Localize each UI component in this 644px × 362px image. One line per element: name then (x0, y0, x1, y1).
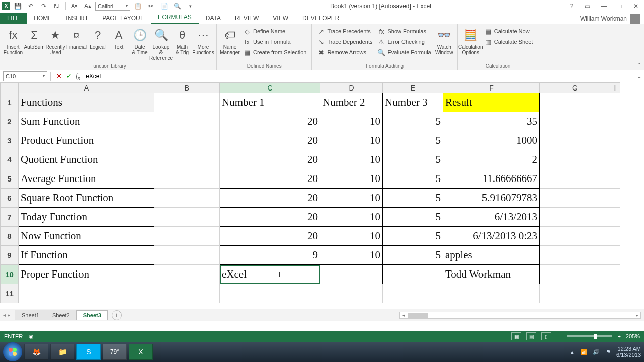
ribbon-button[interactable]: ¤Financial (66, 26, 87, 51)
cell[interactable] (610, 150, 620, 169)
cell[interactable] (610, 169, 620, 189)
accept-formula-icon[interactable]: ✓ (64, 71, 74, 81)
help-icon[interactable]: ? (566, 1, 578, 11)
redo-icon[interactable]: ↷ (38, 1, 49, 11)
cell[interactable]: 1000 (443, 131, 540, 150)
cell[interactable]: apples (443, 246, 540, 265)
formula-input[interactable] (83, 71, 635, 81)
cell[interactable]: 20 (220, 112, 320, 131)
cell[interactable] (320, 284, 383, 303)
chevron-down-icon[interactable]: ▾ (43, 74, 45, 78)
column-header[interactable]: C (220, 83, 320, 93)
cell[interactable] (443, 284, 540, 303)
cell[interactable]: 5 (383, 208, 443, 227)
sheet-nav-first-icon[interactable]: ◂ (3, 312, 6, 318)
cell[interactable] (154, 93, 220, 112)
taskbar-weather[interactable]: 79° (103, 344, 127, 360)
user-avatar-icon[interactable] (630, 14, 640, 24)
ribbon-button[interactable]: ↗Trace Precedents (315, 26, 374, 36)
sheet-tab[interactable]: Sheet3 (76, 310, 108, 320)
ribbon-button[interactable]: ✖Remove Arrows (315, 47, 374, 57)
font-size-increase-icon[interactable]: A▴ (82, 1, 93, 11)
ribbon-button[interactable]: ▥Calculate Sheet (482, 37, 535, 47)
column-header[interactable]: A (19, 83, 154, 93)
tab-page-layout[interactable]: PAGE LAYOUT (95, 13, 151, 24)
cell[interactable]: Number 3 (383, 93, 443, 112)
cell[interactable] (383, 284, 443, 303)
collapse-ribbon-icon[interactable]: ˄ (638, 62, 641, 69)
cell[interactable]: 10 (320, 169, 383, 189)
cell[interactable] (610, 93, 620, 112)
qat-customize-icon[interactable]: ▾ (185, 1, 196, 11)
cell[interactable] (540, 246, 610, 265)
save-icon[interactable]: 💾 (12, 1, 23, 11)
cell[interactable] (19, 284, 154, 303)
tray-action-icon[interactable]: ⚑ (604, 348, 612, 356)
cell[interactable]: Now Function (19, 227, 154, 246)
cell[interactable]: 5 (383, 169, 443, 189)
cancel-formula-icon[interactable]: ✕ (54, 71, 64, 81)
sheet-nav-last-icon[interactable]: ▸ (8, 312, 10, 318)
cell[interactable] (540, 284, 610, 303)
column-header[interactable]: E (383, 83, 443, 93)
ribbon-button[interactable]: AText (109, 26, 129, 51)
cell[interactable]: If Function (19, 246, 154, 265)
cell[interactable]: Quotient Function (19, 150, 154, 169)
cell[interactable]: Square Root Function (19, 189, 154, 208)
ribbon-button[interactable]: fxShow Formulas (375, 26, 433, 36)
ribbon-button[interactable]: ?Logical (88, 26, 108, 51)
ribbon-button[interactable]: ◇Define Name (241, 26, 308, 36)
cell[interactable] (540, 131, 610, 150)
cell[interactable]: Average Function (19, 169, 154, 189)
cell[interactable]: Result (443, 93, 540, 112)
ribbon-button[interactable]: θMath& Trig (172, 26, 192, 56)
cell[interactable] (154, 150, 220, 169)
ribbon-button[interactable]: ⚠Error Checking (375, 37, 433, 47)
cell[interactable] (154, 208, 220, 227)
normal-view-icon[interactable]: ▦ (511, 332, 521, 340)
row-header[interactable]: 5 (1, 169, 19, 189)
minimize-icon[interactable]: — (598, 1, 610, 11)
cell[interactable]: 5 (383, 246, 443, 265)
row-header[interactable]: 10 (1, 265, 19, 284)
cell[interactable]: 11.66666667 (443, 169, 540, 189)
cell[interactable]: 10 (320, 189, 383, 208)
tab-view[interactable]: VIEW (266, 13, 295, 24)
taskbar-excel-icon[interactable]: X (129, 344, 153, 360)
font-name-selector[interactable]: Calibri▾ (95, 2, 130, 11)
cell[interactable] (540, 227, 610, 246)
row-header[interactable]: 2 (1, 112, 19, 131)
taskbar-explorer-icon[interactable]: 📁 (50, 344, 74, 360)
cell[interactable]: 20 (220, 169, 320, 189)
cell[interactable]: Number 1 (220, 93, 320, 112)
column-header[interactable]: I (610, 83, 620, 93)
cell[interactable] (610, 265, 620, 284)
tab-formulas[interactable]: FORMULAS (151, 12, 199, 24)
cell[interactable] (154, 265, 220, 284)
cell[interactable]: eXcelI (220, 265, 320, 284)
ribbon-button[interactable]: 🔍Evaluate Formula (375, 47, 433, 57)
cell[interactable]: 2 (443, 150, 540, 169)
cell[interactable]: 5 (383, 112, 443, 131)
start-button[interactable] (3, 342, 22, 361)
cell[interactable] (154, 131, 220, 150)
cell[interactable] (610, 227, 620, 246)
ribbon-button[interactable]: ★RecentlyUsed (45, 26, 65, 56)
cell[interactable] (220, 284, 320, 303)
ribbon-button[interactable]: ▤Calculate Now (482, 26, 535, 36)
add-sheet-icon[interactable]: + (112, 310, 122, 320)
cell[interactable] (610, 131, 620, 150)
cell[interactable]: 10 (320, 131, 383, 150)
cell[interactable]: 10 (320, 227, 383, 246)
taskbar-firefox-icon[interactable]: 🦊 (24, 344, 48, 360)
cell[interactable]: 10 (320, 246, 383, 265)
cell[interactable] (540, 169, 610, 189)
tray-network-icon[interactable]: 📶 (580, 348, 588, 356)
cell[interactable]: Proper Function (19, 265, 154, 284)
cell[interactable]: 10 (320, 150, 383, 169)
cell[interactable]: 5 (383, 189, 443, 208)
taskbar-clock[interactable]: 12:23 AM6/13/2013 (616, 346, 641, 358)
zoom-in-icon[interactable]: + (617, 333, 620, 339)
cell[interactable] (540, 189, 610, 208)
horizontal-scrollbar[interactable]: ◂▸ (399, 312, 641, 319)
